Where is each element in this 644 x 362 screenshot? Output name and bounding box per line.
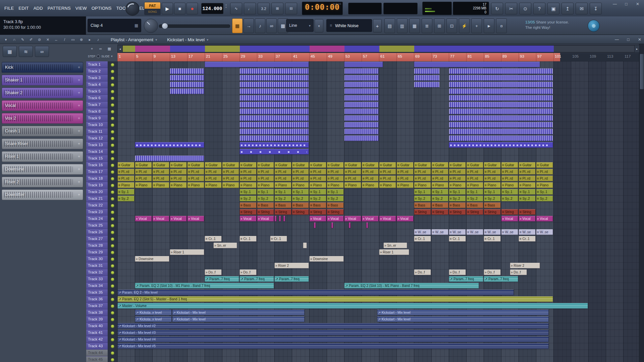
clip[interactable]: ≡ Piano (379, 182, 396, 188)
picker-item[interactable]: Vox 2+ (2, 113, 83, 124)
track-mute-led[interactable] (111, 177, 114, 180)
countdown-icon[interactable]: 3.2 (258, 3, 270, 14)
clip[interactable]: ≡ Sy..1 (466, 189, 483, 195)
sync-icon[interactable]: ↻ (491, 3, 503, 14)
feedback-icon[interactable]: ✉ (576, 3, 588, 14)
clip[interactable]: ≡ Piano (431, 182, 448, 188)
picker-item[interactable]: Riser 2+ (2, 177, 83, 187)
track-mute-led[interactable] (111, 197, 114, 200)
clip[interactable]: ≡ Bass (274, 202, 291, 208)
picker-item[interactable]: Snare Riser+ (2, 138, 83, 149)
menu-add[interactable]: ADD (31, 4, 45, 12)
maximize-button[interactable]: □ (622, 1, 631, 7)
track-mute-led[interactable] (111, 137, 114, 140)
clip[interactable]: ≡ Guitar (205, 162, 222, 168)
clip[interactable]: » Vocal (135, 216, 152, 222)
track-mute-led[interactable] (111, 285, 114, 288)
track-mute-led[interactable] (111, 110, 114, 113)
track-mute-led[interactable] (111, 338, 114, 341)
clip[interactable]: ↗ Kickstart - Mix level #2 (117, 323, 549, 329)
clip[interactable]: ≡ Sy..1 (484, 189, 501, 195)
clip[interactable]: ≡ Sy..1 (501, 189, 518, 195)
clip[interactable] (344, 135, 379, 141)
track-mute-led[interactable] (111, 77, 114, 80)
master-volume-slider[interactable] (159, 22, 230, 29)
clip[interactable]: ≡ W..se (414, 229, 431, 235)
track-name[interactable]: Track 42 (86, 336, 108, 343)
scrollbar-handle[interactable] (640, 54, 644, 89)
clip[interactable]: ≡ Pl..rd (239, 169, 257, 175)
track-mute-led[interactable] (111, 271, 114, 274)
clip[interactable]: ≡ Piano (449, 182, 466, 188)
clip[interactable]: ≡ Sy..2 (484, 196, 501, 201)
clip[interactable] (331, 223, 333, 228)
track-name[interactable]: Track 12 (86, 135, 108, 142)
record-button[interactable]: ● (186, 3, 198, 14)
clip[interactable]: ≡ Pl..rd (152, 169, 169, 175)
song-mode-button[interactable]: SONG (145, 9, 160, 15)
clip[interactable]: ≡ Sy..1 (449, 189, 466, 195)
time-display[interactable]: 0:00:00 M:S:CS (302, 2, 343, 15)
clip[interactable]: ≡ Bass (327, 202, 344, 208)
clip[interactable]: ↗ Kickstart - Mix level (172, 316, 305, 322)
clip[interactable]: ≡ Sy..2 (536, 196, 553, 201)
export-icon[interactable]: ↥ (561, 3, 574, 14)
clip[interactable]: ≡ Pl..rd (519, 176, 536, 181)
clip[interactable] (314, 223, 316, 228)
clip[interactable] (344, 68, 379, 74)
clip[interactable]: ≡ Sy..2 (327, 196, 344, 201)
clip[interactable]: ≡ Piano (309, 182, 326, 188)
clip[interactable]: ≡ Piano (187, 182, 204, 188)
delete-icon[interactable]: ⊘ (36, 36, 43, 43)
track-name[interactable]: Track 20 (86, 189, 108, 195)
clip[interactable] (344, 129, 379, 134)
clip[interactable]: ≡ Pl..rd (449, 169, 466, 175)
track-mute-led[interactable] (111, 104, 114, 107)
generator-selector[interactable]: ≡ White Noise (326, 19, 372, 32)
scroll-right-button[interactable]: ▸ (634, 45, 640, 53)
track-name[interactable]: Track 4 (86, 81, 108, 88)
help-icon[interactable]: ? (533, 3, 545, 14)
picker-item[interactable]: Riser 1+ (2, 151, 83, 162)
track-mute-led[interactable] (111, 124, 114, 127)
clip[interactable]: ≡ Pl..rd (292, 169, 309, 175)
clip[interactable]: » Do..f (510, 269, 527, 275)
stepper-up-icon[interactable]: ▴ (224, 3, 228, 6)
clip[interactable] (239, 68, 309, 74)
pl-minimize-button[interactable]: — (612, 37, 621, 43)
clip[interactable]: ≡ Bass (309, 202, 326, 208)
track-mute-led[interactable] (111, 352, 114, 355)
shop-icon[interactable]: ¤ (496, 18, 507, 33)
tempo-display[interactable]: 124.000 (201, 3, 223, 14)
track-name[interactable]: Track 3 (86, 75, 108, 81)
clip[interactable]: ↗ Param. EQ 2 - Mix level (117, 290, 514, 295)
track-name[interactable]: Track 13 (86, 142, 108, 148)
clip[interactable]: ≡ Cr..1 (239, 236, 257, 242)
clip[interactable]: » Riser 1 (170, 249, 204, 255)
track-mute-led[interactable] (111, 63, 114, 66)
clip[interactable]: ≡ Piano (484, 182, 501, 188)
clip[interactable]: » Downsine (135, 256, 169, 262)
pencil-icon[interactable]: ✎ (19, 36, 26, 43)
clip[interactable] (239, 122, 309, 128)
close-button[interactable]: ✕ (633, 1, 642, 7)
clip[interactable]: » Do..f (449, 269, 466, 275)
clip[interactable]: ≡ Bass (431, 202, 448, 208)
track-name[interactable]: Track 5 (86, 88, 108, 95)
playback-icon[interactable]: ▸ (86, 36, 94, 43)
clip[interactable] (414, 68, 440, 74)
clip[interactable]: ≡ Sy..2 (431, 196, 448, 201)
track-name[interactable]: Track 44 (86, 350, 108, 356)
clip[interactable]: » Vocal (501, 216, 518, 222)
track-name[interactable]: Track 34 (86, 283, 108, 289)
track-name[interactable]: Track 29 (86, 249, 108, 256)
clip[interactable]: ≡ String (466, 209, 483, 215)
clip[interactable] (449, 115, 553, 121)
clip[interactable]: ↗ Kickstart - Mix level (172, 310, 305, 315)
save-icon[interactable]: ▣ (547, 3, 559, 14)
clip[interactable]: ≡ Guitar (344, 162, 361, 168)
track-name[interactable]: Track 22 (86, 202, 108, 209)
track-mute-led[interactable] (111, 291, 114, 294)
clip[interactable]: ≡ Pl..rd (187, 169, 204, 175)
clip[interactable]: ≡ Pl..rd (327, 169, 344, 175)
